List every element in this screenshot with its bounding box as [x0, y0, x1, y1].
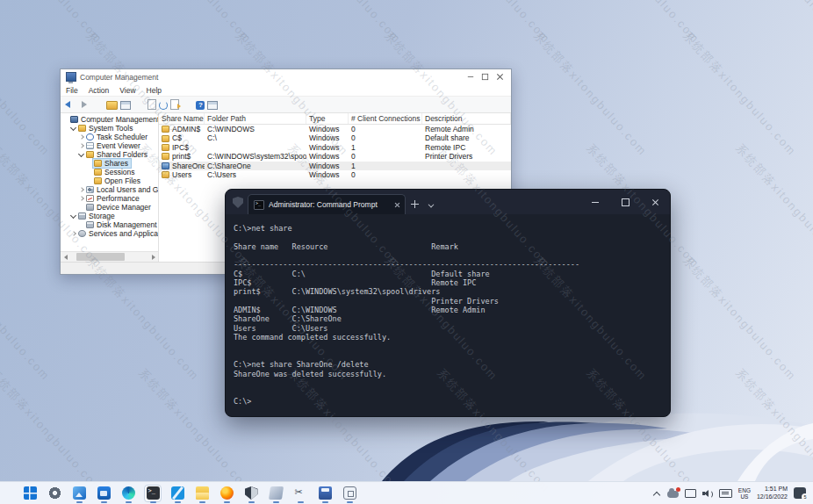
taskbar-app-button[interactable]: [144, 485, 162, 502]
tree-item[interactable]: Services and Applications: [61, 229, 158, 238]
toolbar-button-icon[interactable]: [133, 99, 145, 110]
column-header[interactable]: Description: [422, 113, 511, 124]
toolbar-button-icon[interactable]: [159, 101, 168, 110]
volume-icon[interactable]: [702, 489, 713, 498]
taskbar-app-button[interactable]: [119, 485, 137, 502]
hidden-icons-chevron-icon[interactable]: [652, 489, 661, 498]
tree-chevron-icon[interactable]: [70, 229, 77, 238]
cm-titlebar[interactable]: Computer Management: [61, 69, 511, 84]
table-row[interactable]: IPC$ Windows 1 Remote IPC: [159, 143, 511, 152]
language-indicator[interactable]: ENG US: [738, 487, 751, 500]
terminal-tab[interactable]: Administrator: Command Prompt: [248, 194, 406, 214]
close-icon: [651, 198, 659, 206]
tree-chevron-icon[interactable]: [78, 185, 85, 194]
scrollbar-thumb[interactable]: [76, 253, 125, 261]
tree-item[interactable]: Performance: [61, 194, 158, 203]
tree-item[interactable]: Sessions: [61, 168, 158, 176]
tree-item[interactable]: Disk Management: [61, 220, 158, 229]
folder-path-cell: C:\Users: [205, 170, 306, 179]
tree-item[interactable]: Local Users and Groups: [61, 185, 158, 194]
toolbar-button-icon[interactable]: [170, 99, 179, 110]
tree-item-icon: [86, 151, 94, 158]
tree-item[interactable]: Device Manager: [61, 203, 158, 212]
tree-item[interactable]: Computer Management (Local: [61, 115, 158, 124]
network-display-icon[interactable]: [685, 489, 696, 498]
tree-horizontal-scrollbar[interactable]: [61, 251, 158, 262]
tree-chevron-icon[interactable]: [86, 159, 93, 168]
menu-item[interactable]: Action: [83, 85, 115, 96]
toolbar-button-icon[interactable]: [78, 99, 90, 110]
touch-keyboard-icon[interactable]: [719, 489, 732, 498]
terminal-viewport[interactable]: C:\>net share Share name Resource Remark…: [226, 214, 670, 416]
taskbar-app-button[interactable]: [218, 485, 235, 502]
taskbar-app-button[interactable]: [46, 485, 63, 502]
close-icon: [496, 73, 504, 81]
table-row[interactable]: print$ C:\WINDOWS\system32\spool\drivers…: [159, 152, 511, 161]
scroll-left-icon[interactable]: [61, 252, 70, 262]
toolbar-button-icon[interactable]: [182, 99, 193, 110]
tree-chevron-icon[interactable]: [78, 220, 85, 229]
column-header[interactable]: # Client Connections: [349, 113, 422, 124]
taskbar-app-button[interactable]: [242, 485, 260, 502]
tree-chevron-icon[interactable]: [62, 115, 69, 124]
toolbar-button-icon[interactable]: [147, 99, 156, 110]
toolbar-button-icon[interactable]: [92, 99, 104, 110]
clock[interactable]: 1:51 PM 12/16/2022: [757, 486, 788, 500]
table-row[interactable]: ShareOne C:\ShareOne Windows 1: [159, 162, 511, 170]
tree-chevron-icon[interactable]: [70, 212, 77, 220]
terminal-minimize-button[interactable]: [580, 190, 610, 214]
taskbar-app-button[interactable]: [341, 485, 358, 502]
terminal-maximize-button[interactable]: [610, 190, 640, 214]
onedrive-error-icon[interactable]: [667, 491, 679, 498]
terminal-close-button[interactable]: [640, 190, 670, 214]
tree-chevron-icon[interactable]: [86, 168, 93, 176]
tree-chevron-icon[interactable]: [78, 150, 85, 159]
cm-maximize-button[interactable]: [478, 70, 493, 83]
tree-item[interactable]: Storage: [61, 212, 158, 220]
taskbar-app-button[interactable]: [169, 485, 186, 502]
description-cell: [422, 162, 511, 170]
column-header[interactable]: Folder Path: [205, 113, 306, 124]
close-tab-icon[interactable]: [393, 201, 401, 209]
menu-item[interactable]: View: [114, 85, 140, 96]
table-row[interactable]: C$ C:\ Windows 0 Default share: [159, 133, 511, 142]
tree-item[interactable]: Open Files: [61, 176, 158, 185]
column-header[interactable]: Type: [306, 113, 349, 124]
cm-close-button[interactable]: [493, 70, 507, 83]
taskbar-app-icon: [294, 486, 307, 500]
toolbar-button-icon[interactable]: [64, 99, 76, 110]
toolbar-button-icon[interactable]: [106, 101, 118, 110]
tree-item[interactable]: Task Scheduler: [61, 133, 158, 141]
taskbar-app-button[interactable]: [267, 485, 284, 502]
tree-chevron-icon[interactable]: [78, 133, 85, 141]
toolbar-button-icon[interactable]: [196, 101, 205, 110]
tree-item[interactable]: Event Viewer: [61, 141, 158, 150]
table-row[interactable]: ADMIN$ C:\WINDOWS Windows 0 Remote Admin: [159, 125, 511, 133]
toolbar-button-icon[interactable]: [207, 101, 218, 110]
tree-chevron-icon[interactable]: [78, 141, 85, 150]
notification-center-icon[interactable]: 5: [794, 487, 806, 499]
table-row[interactable]: Users C:\Users Windows 0: [159, 170, 511, 179]
scroll-right-icon[interactable]: [148, 252, 158, 262]
column-header[interactable]: Share Name: [159, 113, 205, 124]
menu-item[interactable]: File: [61, 85, 83, 96]
taskbar-app-button[interactable]: [95, 485, 112, 502]
new-tab-button[interactable]: [406, 195, 423, 214]
taskbar-app-button[interactable]: [316, 485, 334, 502]
tree-item[interactable]: System Tools: [61, 124, 158, 133]
toolbar-button-icon[interactable]: [120, 101, 131, 110]
cm-minimize-button[interactable]: [463, 70, 478, 83]
tab-dropdown-button[interactable]: [423, 195, 439, 214]
tree-chevron-icon[interactable]: [78, 194, 85, 203]
menu-item[interactable]: Help: [141, 85, 167, 96]
taskbar-app-button[interactable]: [70, 485, 88, 502]
tree-item[interactable]: Shared Folders: [61, 150, 158, 159]
taskbar-app-button[interactable]: [21, 485, 39, 502]
taskbar-app-button[interactable]: [291, 485, 309, 502]
tree-item[interactable]: Shares: [61, 159, 158, 168]
terminal-titlebar[interactable]: Administrator: Command Prompt: [226, 190, 670, 214]
taskbar-app-button[interactable]: [193, 485, 211, 502]
tree-chevron-icon[interactable]: [86, 176, 93, 185]
tree-chevron-icon[interactable]: [78, 203, 85, 212]
tree-chevron-icon[interactable]: [70, 124, 77, 133]
